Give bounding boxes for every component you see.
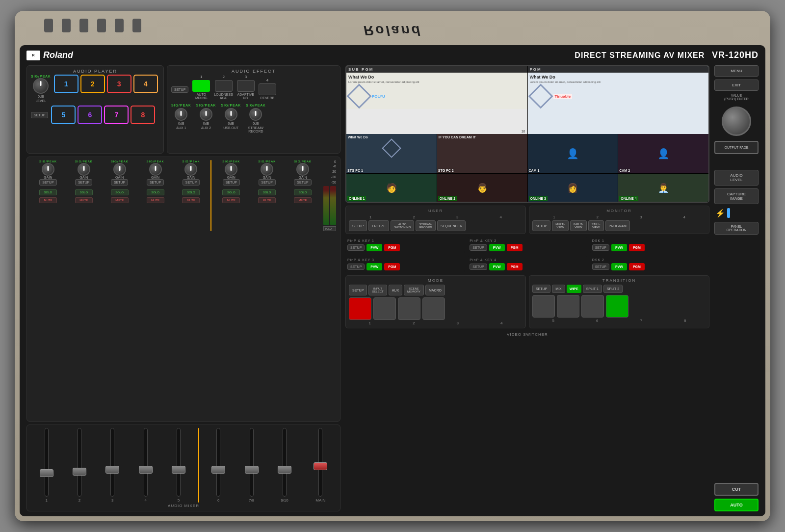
- value-knob[interactable]: [722, 106, 751, 136]
- solo-7[interactable]: SOLO: [258, 189, 276, 195]
- solo-1[interactable]: SOLO: [39, 189, 57, 195]
- mute-4[interactable]: MUTE: [147, 197, 164, 203]
- channel-setup-3[interactable]: SETUP: [111, 179, 128, 186]
- monitor-program[interactable]: PROGRAM: [605, 220, 630, 231]
- solo-2[interactable]: SOLO: [75, 189, 93, 195]
- pad-8[interactable]: 8: [131, 106, 155, 124]
- mode-setup[interactable]: SETUP: [349, 285, 367, 295]
- fader-handle-main[interactable]: [314, 462, 327, 470]
- pinp3-pgm[interactable]: PGM: [384, 263, 400, 270]
- fader-track-4[interactable]: [144, 428, 148, 497]
- pinp2-pgm[interactable]: PGM: [507, 244, 523, 251]
- fader-track-6[interactable]: [216, 428, 220, 497]
- monitor-setup[interactable]: SETUP: [532, 220, 550, 231]
- solo-3[interactable]: SOLO: [111, 189, 129, 195]
- gain-knob-1[interactable]: [42, 163, 54, 176]
- pad-1[interactable]: 1: [54, 75, 78, 93]
- mode-large-4[interactable]: [422, 297, 445, 320]
- dsk2-pvw[interactable]: PVW: [611, 263, 627, 270]
- monitor-multi-view[interactable]: MULTI-VIEW: [552, 220, 569, 231]
- channel-setup-6[interactable]: SETUP: [223, 179, 240, 186]
- mute-6[interactable]: MUTE: [222, 197, 240, 203]
- mode-scene-memory[interactable]: SCENEMEMORY: [404, 285, 424, 295]
- mute-1[interactable]: MUTE: [39, 197, 57, 203]
- fader-track-main[interactable]: [318, 428, 322, 497]
- transition-large-8[interactable]: [606, 295, 628, 318]
- channel-setup-5[interactable]: SETUP: [183, 179, 200, 186]
- capture-image-button[interactable]: CAPTUREIMAGE: [714, 188, 759, 204]
- channel-setup-2[interactable]: SETUP: [75, 179, 92, 186]
- pad-4[interactable]: 4: [133, 75, 158, 93]
- pinp3-setup[interactable]: SETUP: [347, 264, 365, 270]
- mute-8[interactable]: MUTE: [294, 197, 312, 203]
- loudness-btn[interactable]: [215, 80, 233, 92]
- fader-handle-2[interactable]: [73, 468, 86, 476]
- panel-operation-button[interactable]: PANELOPERATION: [714, 222, 759, 235]
- menu-button[interactable]: MENU: [714, 65, 759, 77]
- fader-track-1[interactable]: [45, 428, 49, 497]
- pinp4-pvw[interactable]: PVW: [489, 263, 505, 270]
- gain-knob-5[interactable]: [184, 163, 197, 176]
- stream-knob[interactable]: [249, 108, 262, 121]
- user-freeze[interactable]: FREEZE: [368, 220, 389, 231]
- mute-2[interactable]: MUTE: [75, 197, 93, 203]
- dsk1-pvw[interactable]: PVW: [611, 244, 627, 251]
- effect-setup[interactable]: SETUP: [171, 86, 188, 93]
- fader-handle-1[interactable]: [40, 469, 53, 477]
- pinp1-pgm[interactable]: PGM: [384, 244, 400, 251]
- mode-large-3[interactable]: [398, 297, 420, 320]
- dsk2-pgm[interactable]: PGM: [629, 263, 645, 270]
- pad-3[interactable]: 3: [107, 75, 131, 93]
- audio-player-setup[interactable]: SETUP: [31, 112, 48, 118]
- user-sequencer[interactable]: SEQUENCER: [437, 220, 466, 231]
- aux2-knob[interactable]: [200, 108, 212, 121]
- mode-large-1[interactable]: [349, 297, 371, 320]
- solo-4[interactable]: SOLO: [147, 189, 164, 195]
- transition-split2[interactable]: SPLIT 2: [603, 285, 623, 293]
- gain-knob-3[interactable]: [113, 163, 126, 176]
- fader-handle-3[interactable]: [105, 466, 119, 474]
- channel-setup-8[interactable]: SETUP: [294, 179, 311, 186]
- gain-knob-7[interactable]: [261, 163, 273, 176]
- channel-setup-7[interactable]: SETUP: [259, 179, 276, 186]
- mode-aux[interactable]: AUX: [389, 285, 402, 295]
- monitor-still-view[interactable]: STILL-VIEW: [588, 220, 604, 231]
- reverb-btn[interactable]: [259, 83, 276, 95]
- fader-track-8[interactable]: [283, 428, 287, 497]
- usb-out-knob[interactable]: [225, 108, 237, 121]
- dsk1-setup[interactable]: SETUP: [592, 244, 609, 251]
- fader-handle-5[interactable]: [172, 466, 185, 474]
- fader-track-7[interactable]: [250, 428, 254, 497]
- pad-7[interactable]: 7: [104, 106, 129, 124]
- mode-macro[interactable]: MACRO: [425, 285, 445, 295]
- transition-setup[interactable]: SETUP: [532, 285, 550, 293]
- transition-large-7[interactable]: [581, 295, 604, 318]
- pinp3-pvw[interactable]: PVW: [366, 263, 382, 270]
- transition-mix[interactable]: MIX: [552, 285, 565, 293]
- mode-input-select[interactable]: INPUTSELECT: [368, 285, 387, 295]
- cut-button[interactable]: CUT: [714, 483, 759, 496]
- vu-button[interactable]: SOLO: [323, 226, 336, 231]
- monitor-input-view[interactable]: INPUT-VIEW: [570, 220, 587, 231]
- fader-track-2[interactable]: [78, 428, 81, 497]
- pinp2-setup[interactable]: SETUP: [470, 244, 487, 251]
- pinp1-pvw[interactable]: PVW: [366, 244, 382, 251]
- fader-track-5[interactable]: [177, 428, 181, 497]
- fader-handle-7[interactable]: [245, 466, 259, 474]
- channel-setup-4[interactable]: SETUP: [147, 179, 164, 186]
- fader-handle-4[interactable]: [139, 466, 153, 474]
- fader-handle-6[interactable]: [211, 466, 225, 474]
- user-auto-switching[interactable]: AUTOSWITCHING: [391, 220, 414, 231]
- dsk1-pgm[interactable]: PGM: [629, 244, 645, 251]
- pad-6[interactable]: 6: [78, 106, 102, 124]
- exit-button[interactable]: EXIT: [714, 80, 759, 91]
- gain-knob-6[interactable]: [225, 163, 237, 176]
- mute-3[interactable]: MUTE: [111, 197, 129, 203]
- channel-setup-1[interactable]: SETUP: [39, 179, 56, 186]
- auto-mixing-btn[interactable]: [192, 80, 210, 92]
- transition-split1[interactable]: SPLIT 1: [583, 285, 602, 293]
- pinp4-setup[interactable]: SETUP: [470, 264, 487, 270]
- gain-knob-2[interactable]: [78, 163, 90, 176]
- pad-5[interactable]: 5: [51, 106, 76, 124]
- solo-5[interactable]: SOLO: [182, 189, 200, 195]
